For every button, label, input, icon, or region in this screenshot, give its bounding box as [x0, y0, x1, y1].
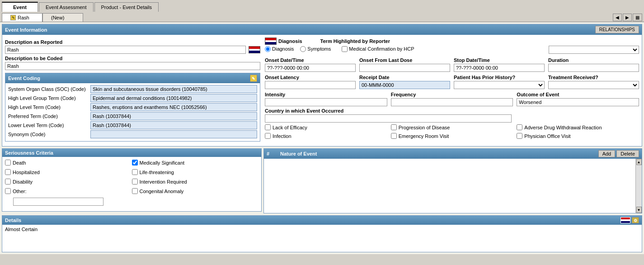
coding-hlgt-input[interactable] [90, 94, 257, 102]
desc-as-reported-input[interactable] [5, 46, 246, 54]
term-highlighted-select[interactable] [549, 46, 639, 54]
nature-scroll-up[interactable]: ▲ [636, 159, 642, 165]
radio-diagnosis-label[interactable]: Diagnosis [265, 46, 294, 52]
nature-scroll-area [264, 159, 635, 213]
other-text-input[interactable] [13, 198, 103, 206]
emergency-room-checkbox-label[interactable]: Emergency Room Visit [391, 133, 513, 139]
pencil-icon: ✎ [10, 15, 16, 20]
infection-checkbox-label[interactable]: Infection [265, 133, 387, 139]
seriousness-criteria-body: Death Hospitalized Disability Other: [2, 157, 261, 208]
stop-datetime-field: Stop Date/Time [454, 56, 545, 72]
life-threatening-checkbox-label[interactable]: Life-threatening [132, 169, 259, 175]
term-highlighted-label: Term Highlighted by Reporter [320, 38, 390, 44]
details-section: Details ⚙ Almost Certain [2, 215, 642, 252]
seriousness-criteria-header: Seriousness Criteria [2, 149, 261, 157]
coding-pt-input[interactable] [90, 112, 257, 120]
desc-to-be-coded-input[interactable] [5, 62, 260, 70]
physician-office-checkbox[interactable] [517, 133, 522, 139]
intensity-input[interactable] [265, 98, 387, 106]
tab-bar: Event Event Assessment Product - Event D… [0, 0, 644, 12]
relationships-button[interactable]: RELATIONSHIPS [595, 26, 639, 33]
adverse-drug-checkbox-label[interactable]: Adverse Drug Withdrawal Reaction [517, 124, 639, 130]
tab-product-event-details[interactable]: Product - Event Details [94, 2, 159, 12]
lack-efficacy-checkbox-label[interactable]: Lack of Efficacy [265, 124, 387, 130]
radio-symptoms-label[interactable]: Symptoms [300, 46, 331, 52]
physician-office-checkbox-label[interactable]: Physician Office Visit [517, 133, 639, 139]
uk-flag-details-icon [620, 217, 630, 223]
life-threatening-checkbox[interactable] [132, 169, 138, 175]
coding-hlt-input[interactable] [90, 103, 257, 111]
onset-from-last-dose-input[interactable] [359, 64, 450, 72]
coding-row-pt: Preferred Term (Code) [8, 112, 257, 120]
stop-datetime-input[interactable] [454, 64, 545, 72]
death-checkbox[interactable] [5, 160, 11, 166]
subtab-navigation: ◀ ▶ ▦ [613, 14, 642, 21]
bottom-row: Seriousness Criteria Death Hospitalized … [2, 148, 642, 213]
coding-soc-input[interactable] [90, 85, 257, 93]
receipt-date-input[interactable] [359, 81, 450, 89]
other-checkbox-label[interactable]: Other: [5, 188, 132, 194]
nature-add-button[interactable]: Add [598, 150, 616, 157]
coding-syn-input[interactable] [90, 130, 257, 138]
subtab-new[interactable]: (New) [42, 13, 83, 22]
diagnosis-panel: Diagnosis Term Highlighted by Reporter D… [265, 38, 639, 143]
patient-prior-history-field: Patient Has Prior History? [454, 73, 545, 89]
tab-event-assessment[interactable]: Event Assessment [39, 2, 94, 12]
coding-icon: ✎ [250, 75, 257, 82]
checkbox-medical-confirm-label[interactable]: Medical Confirmation by HCP [342, 46, 414, 52]
duration-input[interactable] [548, 64, 639, 72]
event-coding-body: System Organ Class (SOC) (Code) High Lev… [5, 83, 260, 141]
hospitalized-checkbox-label[interactable]: Hospitalized [5, 169, 132, 175]
patient-prior-history-select[interactable] [454, 81, 545, 89]
subtab-bar: ✎ Rash (New) ◀ ▶ ▦ [0, 12, 644, 22]
country-field: Country in which Event Occurred [265, 108, 639, 123]
medically-significant-checkbox[interactable] [132, 160, 138, 166]
subtab-prev-btn[interactable]: ◀ [613, 14, 622, 21]
subtab-rash[interactable]: ✎ Rash [2, 13, 42, 22]
other-checkbox[interactable] [5, 188, 11, 194]
subtab-next-btn[interactable]: ▶ [623, 14, 632, 21]
hospitalized-checkbox[interactable] [5, 169, 11, 175]
treatment-received-select[interactable] [548, 81, 639, 89]
checkbox-medical-confirm[interactable] [342, 46, 348, 52]
details-header-icons: ⚙ [620, 217, 639, 223]
outcome-field: Outcome of Event [517, 90, 639, 106]
disability-checkbox-label[interactable]: Disability [5, 179, 132, 185]
intervention-required-checkbox-label[interactable]: Intervention Required [132, 179, 259, 185]
congenital-anomaly-checkbox-label[interactable]: Congenital Anomaly [132, 188, 259, 194]
progression-disease-checkbox-label[interactable]: Progression of Disease [391, 124, 513, 130]
details-body: Almost Certain [2, 225, 642, 252]
nature-scroll-down[interactable]: ▼ [636, 207, 642, 213]
adverse-drug-checkbox[interactable] [517, 124, 522, 130]
emergency-room-checkbox[interactable] [391, 133, 397, 139]
intervention-required-checkbox[interactable] [132, 179, 138, 185]
nature-delete-button[interactable]: Delete [616, 150, 639, 157]
nature-scrollbar[interactable]: ▲ ▼ [635, 159, 642, 213]
onset-datetime-input[interactable] [265, 64, 356, 72]
event-coding-header: Event Coding ✎ [5, 73, 260, 83]
onset-datetime-field: Onset Date/Time [265, 56, 356, 72]
tab-event[interactable]: Event [2, 2, 38, 12]
treatment-received-field: Treatment Received? [548, 73, 639, 89]
disability-checkbox[interactable] [5, 179, 11, 185]
infection-checkbox[interactable] [265, 133, 271, 139]
subtab-menu-btn[interactable]: ▦ [633, 14, 642, 21]
frequency-input[interactable] [391, 98, 513, 106]
country-input[interactable] [265, 114, 512, 123]
radio-symptoms[interactable] [300, 46, 306, 52]
medically-significant-checkbox-label[interactable]: Medically Significant [132, 160, 259, 166]
onset-latency-input[interactable] [265, 81, 356, 89]
coding-row-hlt: High Level Term (Code) [8, 103, 257, 111]
coding-llt-input[interactable] [90, 121, 257, 129]
progression-disease-checkbox[interactable] [391, 124, 397, 130]
event-info-header: Event Information RELATIONSHIPS [2, 24, 642, 35]
congenital-anomaly-checkbox[interactable] [132, 188, 138, 194]
seriousness-col1: Death Hospitalized Disability Other: [5, 160, 132, 206]
lack-efficacy-checkbox[interactable] [265, 124, 271, 130]
duration-field: Duration [548, 56, 639, 72]
details-header: Details ⚙ [2, 216, 642, 225]
radio-diagnosis[interactable] [265, 46, 271, 52]
coding-row-hlgt: High Level Group Term (Code) [8, 94, 257, 102]
death-checkbox-label[interactable]: Death [5, 160, 132, 166]
outcome-input[interactable] [517, 98, 639, 106]
